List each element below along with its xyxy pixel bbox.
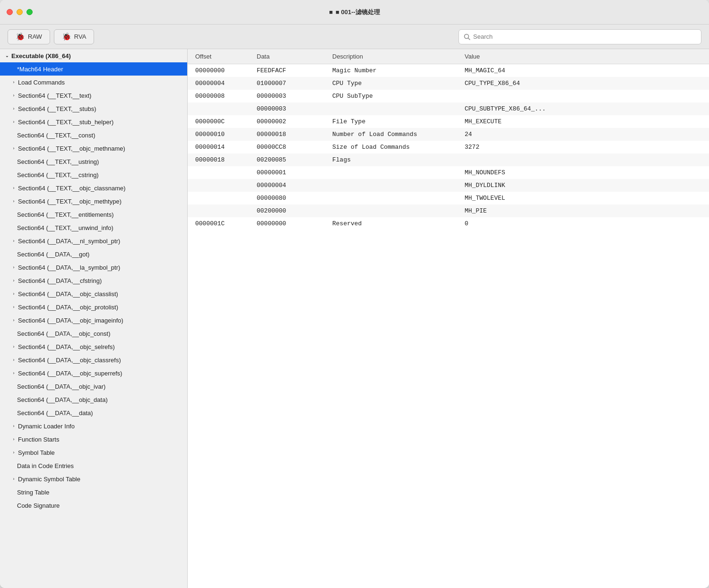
sidebar-item-function-starts[interactable]: › Function Starts [0,433,187,446]
sidebar-item-section64-data-objc-data[interactable]: Section64 (__DATA,__objc_data) [0,393,187,406]
sidebar-item-section64-text-stubs[interactable]: › Section64 (__TEXT,__stubs) [0,102,187,115]
cell-description [325,205,457,217]
main-content: ⌄ Executable (X86_64) *Mach64 Header › L… [0,49,709,588]
cell-value: MH_EXECUTE [457,115,709,128]
sidebar-item-section64-text-ustring[interactable]: Section64 (__TEXT,__ustring) [0,155,187,168]
sidebar-item-section64-data-objc-const[interactable]: Section64 (__DATA,__objc_const) [0,327,187,340]
cell-offset: 00000018 [188,153,249,166]
rva-tab-button[interactable]: 🐞 RVA [54,29,95,44]
cell-offset [188,205,249,217]
chevron-right-icon: › [10,92,17,99]
cell-description: Magic Number [325,64,457,77]
sidebar-item-section64-data-got[interactable]: Section64 (__DATA,__got) [0,247,187,261]
table-row[interactable]: 0000001400000CC8Size of Load Commands327… [188,141,709,153]
sidebar-item-section64-text-text[interactable]: › Section64 (__TEXT,__text) [0,89,187,102]
chevron-right-icon: › [10,423,17,429]
sidebar: ⌄ Executable (X86_64) *Mach64 Header › L… [0,49,188,588]
sidebar-item-mach64-header[interactable]: *Mach64 Header [0,62,187,76]
cell-description [325,192,457,205]
cell-value: 24 [457,128,709,141]
cell-offset [188,192,249,205]
cell-value: MH_PIE [457,205,709,217]
sidebar-item-section64-data-data[interactable]: Section64 (__DATA,__data) [0,406,187,419]
sidebar-item-load-commands[interactable]: › Load Commands [0,76,187,89]
rva-icon: 🐞 [62,32,71,41]
table-row[interactable]: 00200000MH_PIE [188,205,709,217]
sidebar-item-section64-text-objc-classname[interactable]: › Section64 (__TEXT,__objc_classname) [0,181,187,195]
column-header-offset: Offset [188,49,249,64]
sidebar-item-section64-data-objc-classlist[interactable]: › Section64 (__DATA,__objc_classlist) [0,287,187,300]
chevron-right-icon: › [10,119,17,125]
cell-offset: 0000001C [188,217,249,230]
cell-description [325,166,457,179]
sidebar-item-section64-data-objc-superrefs[interactable]: › Section64 (__DATA,__objc_superrefs) [0,366,187,380]
toolbar: 🐞 RAW 🐞 RVA [0,25,709,49]
sidebar-item-section64-text-entitlements[interactable]: Section64 (__TEXT,__entitlements) [0,208,187,221]
cell-data: 00200085 [249,153,325,166]
cell-value: MH_DYLDLINK [457,179,709,192]
close-button[interactable] [7,9,13,15]
window-title: ■ ■ 001--滤镜处理 [329,8,380,17]
table-header-row: Offset Data Description Value [188,49,709,64]
sidebar-item-section64-data-nl-symbol-ptr[interactable]: › Section64 (__DATA,__nl_symbol_ptr) [0,234,187,247]
title-icon: ■ [329,9,333,16]
table-row[interactable]: 00000004MH_DYLDLINK [188,179,709,192]
sidebar-item-code-signature[interactable]: Code Signature [0,499,187,512]
cell-data: 00000CC8 [249,141,325,153]
sidebar-item-section64-text-cstring[interactable]: Section64 (__TEXT,__cstring) [0,168,187,181]
sidebar-item-dynamic-symbol-table[interactable]: › Dynamic Symbol Table [0,472,187,486]
raw-tab-button[interactable]: 🐞 RAW [8,29,50,44]
sidebar-item-section64-data-objc-imageinfo[interactable]: › Section64 (__DATA,__objc_imageinfo) [0,314,187,327]
sidebar-item-dynamic-loader-info[interactable]: › Dynamic Loader Info [0,419,187,433]
cell-description: Number of Load Commands [325,128,457,141]
table-row[interactable]: 00000001MH_NOUNDEFS [188,166,709,179]
chevron-right-icon: › [10,370,17,376]
sidebar-item-symbol-table[interactable]: › Symbol Table [0,446,187,459]
sidebar-item-section64-text-stub-helper[interactable]: › Section64 (__TEXT,__stub_helper) [0,115,187,128]
cell-value: MH_MAGIC_64 [457,64,709,77]
sidebar-item-section64-data-cfstring[interactable]: › Section64 (__DATA,__cfstring) [0,274,187,287]
sidebar-item-section64-text-const[interactable]: Section64 (__TEXT,__const) [0,128,187,142]
cell-offset [188,179,249,192]
table-row[interactable]: 0000001800200085Flags [188,153,709,166]
cell-description [325,179,457,192]
cell-description: Size of Load Commands [325,141,457,153]
cell-data: 00000002 [249,115,325,128]
cell-data: 00000003 [249,90,325,102]
search-input[interactable] [473,33,696,40]
search-icon [464,34,470,40]
sidebar-item-section64-data-la-symbol-ptr[interactable]: › Section64 (__DATA,__la_symbol_ptr) [0,261,187,274]
cell-value [457,153,709,166]
sidebar-item-section64-text-objc-methtype[interactable]: › Section64 (__TEXT,__objc_methtype) [0,195,187,208]
sidebar-item-section64-data-objc-ivar[interactable]: Section64 (__DATA,__objc_ivar) [0,380,187,393]
sidebar-item-section64-data-objc-classrefs[interactable]: › Section64 (__DATA,__objc_classrefs) [0,353,187,366]
traffic-lights [7,9,33,15]
table-row[interactable]: 00000080MH_TWOLEVEL [188,192,709,205]
maximize-button[interactable] [26,9,33,15]
chevron-right-icon: › [10,145,17,152]
sidebar-item-data-in-code-entries[interactable]: Data in Code Entries [0,459,187,472]
table-row[interactable]: 0000001C00000000Reserved0 [188,217,709,230]
chevron-right-icon: › [10,277,17,284]
table-row[interactable]: 0000001000000018Number of Load Commands2… [188,128,709,141]
sidebar-item-section64-text-unwind-info[interactable]: Section64 (__TEXT,__unwind_info) [0,221,187,234]
search-container [458,29,701,44]
minimize-button[interactable] [17,9,23,15]
cell-description: CPU SubType [325,90,457,102]
table-row[interactable]: 00000000FEEDFACFMagic NumberMH_MAGIC_64 [188,64,709,77]
sidebar-item-section64-data-objc-protolist[interactable]: › Section64 (__DATA,__objc_protolist) [0,300,187,314]
table-row[interactable]: 0000000401000007CPU TypeCPU_TYPE_X86_64 [188,77,709,90]
chevron-right-icon: › [10,185,17,191]
table-row[interactable]: 00000003CPU_SUBTYPE_X86_64_... [188,102,709,115]
chevron-right-icon: › [10,343,17,350]
table-row[interactable]: 0000000C00000002File TypeMH_EXECUTE [188,115,709,128]
sidebar-item-section64-text-objc-methname[interactable]: › Section64 (__TEXT,__objc_methname) [0,142,187,155]
sidebar-item-section64-data-objc-selrefs[interactable]: › Section64 (__DATA,__objc_selrefs) [0,340,187,353]
cell-description: File Type [325,115,457,128]
chevron-right-icon: › [10,290,17,297]
sidebar-item-string-table[interactable]: String Table [0,486,187,499]
sidebar-root[interactable]: ⌄ Executable (X86_64) [0,49,187,62]
svg-line-1 [468,38,470,40]
table-row[interactable]: 0000000800000003CPU SubType [188,90,709,102]
cell-offset: 00000004 [188,77,249,90]
